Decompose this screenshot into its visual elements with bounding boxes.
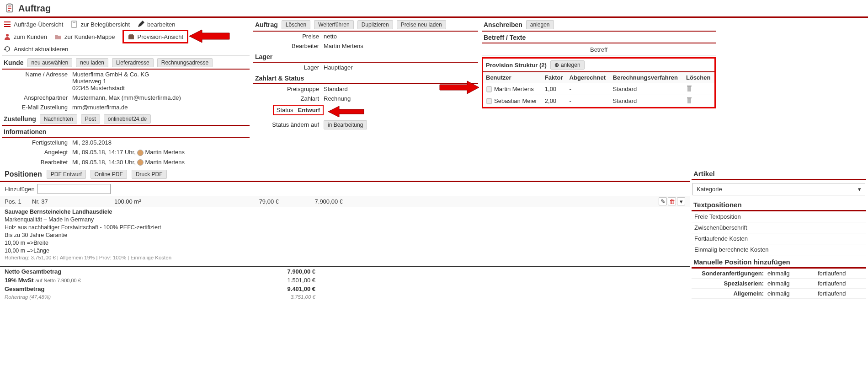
svg-rect-2 (4, 22, 11, 22)
pencil-icon: ✎ (660, 198, 666, 205)
provision-table: Benutzer Faktor Abgerechnet Berechnungsv… (483, 72, 714, 107)
kunde-header: Kunde neu auswählen neu laden Lieferadre… (2, 56, 250, 70)
add-position-input[interactable] (37, 184, 111, 194)
provision-row: Sebastian Meier 2,00 - Standard (483, 95, 714, 107)
position-line[interactable]: Pos. 1 Nr. 37 100,00 m² 79,00 € 7.900,00… (0, 196, 690, 207)
kategorie-select[interactable]: Kategorie ▾ (692, 183, 865, 195)
toolbar-row1: Aufträge-Übersicht zur Belegübersicht be… (2, 18, 250, 29)
manual-fortlaufend[interactable]: fortlaufend (818, 270, 868, 277)
textpositionen-header: Textpositionen (692, 198, 866, 211)
svg-rect-4 (4, 26, 11, 27)
svg-marker-12 (328, 106, 364, 117)
auftrag-delete-btn[interactable]: Löschen (282, 20, 310, 29)
betreff-header: Betreff / Texte (482, 32, 716, 43)
avatar-icon (137, 159, 144, 166)
document-icon (70, 21, 78, 28)
betreff-tabs: Betreff (482, 44, 716, 55)
auftrag-mid-header: Auftrag Löschen Weiterführen Duplizieren… (253, 18, 478, 32)
manual-fortlaufend[interactable]: fortlaufend (818, 280, 868, 287)
textpos-item[interactable]: Freie Textposition (692, 211, 866, 222)
kunde-neu-btn[interactable]: neu auswählen (27, 58, 73, 67)
svg-rect-14 (487, 86, 491, 92)
manual-einmalig[interactable]: einmalig (767, 270, 818, 277)
clipboard-icon (5, 3, 15, 14)
trash-icon[interactable] (686, 85, 692, 92)
online-pdf-btn[interactable]: Online PDF (91, 170, 127, 179)
name-label: Name / Adresse (4, 71, 72, 78)
totals: Netto Gesamtbetrag7.900,00 € 19% MwSt au… (0, 266, 690, 301)
page-title: Auftrag (18, 3, 51, 14)
nav-customer[interactable]: zum Kunden (4, 33, 47, 40)
briefcase-icon (128, 33, 135, 40)
annotation-arrow-provision-box (439, 80, 480, 95)
plus-icon: ⊕ (554, 62, 559, 68)
trash-icon[interactable] (686, 97, 692, 104)
pdf-entwurf-btn[interactable]: PDF Entwurf (47, 170, 86, 179)
nav-overview[interactable]: Aufträge-Übersicht (4, 21, 63, 28)
refresh-icon (4, 45, 11, 53)
nav-beleg[interactable]: zur Belegübersicht (70, 21, 130, 28)
svg-rect-19 (687, 97, 692, 98)
status-change-btn[interactable]: in Bearbeitung (324, 120, 367, 129)
kunde-contact-row: Ansprechpartner Mustermann, Max (mm@must… (2, 93, 250, 102)
add-position-row: Hinzufügen (0, 182, 690, 196)
zustellung-header: Zustellung Nachrichten Post onlinebrief2… (2, 112, 250, 126)
edit-line-btn[interactable]: ✎ (659, 197, 667, 205)
lager-header: Lager (253, 51, 478, 63)
nav-edit[interactable]: bearbeiten (137, 21, 175, 28)
nav-mappe[interactable]: zur Kunden-Mappe (54, 33, 115, 40)
tab-betreff[interactable]: Betreff (482, 44, 716, 55)
manual-fortlaufend[interactable]: fortlaufend (818, 290, 868, 297)
svg-rect-15 (687, 86, 691, 92)
svg-rect-17 (487, 98, 491, 104)
page-header: Auftrag (0, 0, 868, 18)
kunde-liefer-btn[interactable]: Lieferadresse (112, 58, 154, 67)
delete-line-btn[interactable]: 🗑 (668, 197, 676, 205)
provision-anlegen-btn[interactable]: ⊕ anlegen (550, 60, 585, 70)
chevron-down-icon: ▾ (680, 198, 683, 205)
svg-rect-16 (687, 86, 692, 86)
manual-einmalig[interactable]: einmalig (767, 290, 818, 297)
positionen-header: Positionen PDF Entwurf Online PDF Druck … (0, 167, 690, 182)
zust-onlinebrief-btn[interactable]: onlinebrief24.de (104, 114, 151, 124)
name-value: Musterfirma GmbH & Co. KG Musterweg 1 02… (72, 71, 248, 92)
informationen-header: Informationen (2, 126, 250, 138)
svg-point-8 (6, 34, 9, 37)
user-icon (4, 33, 11, 40)
kunde-rechnung-btn[interactable]: Rechnungsadresse (157, 58, 213, 67)
auftrag-dup-btn[interactable]: Duplizieren (357, 20, 393, 29)
pencil-icon (137, 21, 144, 28)
kunde-name-row: Name / Adresse Musterfirma GmbH & Co. KG… (2, 70, 250, 93)
nav-provision[interactable]: Provision-Ansicht (122, 30, 188, 43)
kunde-reload-btn[interactable]: neu laden (76, 58, 108, 67)
nav-refresh[interactable]: Ansicht aktualisieren (4, 45, 68, 53)
manual-einmalig[interactable]: einmalig (767, 280, 818, 287)
provision-row: Martin Mertens 1,00 - Standard (483, 83, 714, 95)
avatar-icon (137, 150, 144, 156)
textpos-item[interactable]: Einmalig berechnete Kosten (692, 244, 866, 255)
annotation-arrow-status (328, 105, 365, 118)
auftrag-continue-btn[interactable]: Weiterführen (314, 20, 353, 29)
toolbar-row3: Ansicht aktualisieren (2, 44, 250, 56)
auftrag-reload-prices-btn[interactable]: Preise neu laden (397, 20, 446, 29)
expand-line-btn[interactable]: ▾ (677, 197, 685, 205)
druck-pdf-btn[interactable]: Druck PDF (132, 170, 167, 179)
annotation-arrow-provision (189, 28, 230, 44)
svg-rect-6 (73, 22, 75, 23)
textpos-item[interactable]: Fortlaufende Kosten (692, 233, 866, 244)
svg-marker-11 (189, 30, 229, 43)
textpos-item[interactable]: Zwischenüberschrift (692, 222, 866, 233)
list-icon (4, 21, 11, 28)
svg-marker-13 (440, 81, 479, 94)
anschreiben-header: Anschreiben anlegen (482, 18, 716, 32)
anschreiben-anlegen-btn[interactable]: anlegen (526, 20, 554, 29)
artikel-header: Artikel (692, 167, 866, 180)
position-body: Sauvage Bernsteineiche Landhausdiele Mar… (0, 207, 690, 264)
zust-nachrichten-btn[interactable]: Nachrichten (40, 114, 77, 124)
svg-rect-1 (8, 4, 11, 5)
svg-rect-10 (130, 34, 133, 36)
provision-box: Provision Struktur (2) ⊕ anlegen Benutze… (482, 57, 716, 108)
svg-rect-7 (73, 24, 75, 24)
toolbar-row2: zum Kunden zur Kunden-Mappe Provision-An… (2, 29, 250, 44)
zust-post-btn[interactable]: Post (81, 114, 100, 124)
